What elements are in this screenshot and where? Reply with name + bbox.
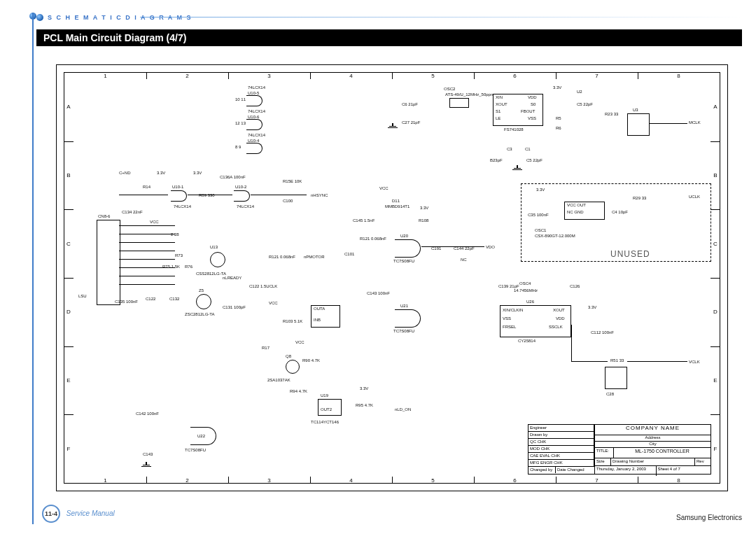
label-osc4: OSC4 <box>519 281 531 286</box>
label-vcc-out: VCC OUT <box>567 203 586 207</box>
label-u3: U3 <box>633 108 638 112</box>
label-u19: U19 <box>321 393 328 398</box>
gnd-icon-osc2 <box>389 123 396 129</box>
label-c143b: C143 <box>143 452 153 456</box>
wire-cn1 <box>119 225 175 226</box>
label-v33a: 3.3V <box>553 85 561 90</box>
wire-ssclk-h <box>571 361 608 362</box>
wire-cn2 <box>119 234 175 234</box>
col-label: 7 <box>556 72 638 79</box>
connector-cn8-6 <box>97 220 120 305</box>
label-vss2: VSS <box>503 316 511 321</box>
tb-cae: CAE EVAL CHK <box>528 453 594 459</box>
col-label: 2 <box>146 72 229 79</box>
label-nld-on: nLD_ON <box>395 407 411 412</box>
label-u13-part: CSS2812LG-TA <box>196 272 226 276</box>
footer-company: Samsung Electronics <box>676 514 742 521</box>
row-label: A <box>710 73 720 142</box>
col-label: 6 <box>474 477 556 484</box>
wire-vdo <box>421 246 484 247</box>
breadcrumb: S C H E M A T I C D I A G R A M S <box>36 13 192 22</box>
page-title-bar: PCL Main Circuit Diagram (4/7) <box>36 29 742 46</box>
tb-title-lbl: TITLE: <box>595 448 614 458</box>
title-block: Engineer Drawn by QC CHK MOD CHK CAE EVA… <box>528 424 711 475</box>
label-le: LE <box>496 116 500 120</box>
label-u10-1: U10-1 <box>172 185 183 189</box>
transistor-z5 <box>196 294 211 309</box>
label-c145: C145 1.5nF <box>353 218 374 223</box>
gnd-icon-c3c1 <box>514 165 521 171</box>
label-r90: R90 4.7K <box>302 358 320 363</box>
label-pins-12-13: 12 13 <box>235 121 246 125</box>
label-c5b: C5 22pF <box>577 102 593 106</box>
label-c142: C142 100nF <box>136 412 159 416</box>
wire-cn7 <box>119 276 175 276</box>
label-r75: R75 1.5K <box>162 265 180 269</box>
transistor-q8 <box>286 360 300 374</box>
row-label: F <box>710 414 720 483</box>
label-osc2-part: ATS-49/U_12MHz_50ppm <box>445 92 494 97</box>
tb-drawing-no: Drawing Number <box>611 458 695 465</box>
col-label: 8 <box>638 72 720 79</box>
breadcrumb-dot-icon <box>36 14 43 21</box>
label-cnd: C+ND <box>119 171 131 175</box>
label-ic74-b: 74LCX14 <box>248 109 265 113</box>
row-labels-right: ABCDEF <box>710 73 720 483</box>
wire-cn5 <box>119 259 175 260</box>
label-vdd: VDD <box>528 95 537 99</box>
label-c135: C135 100nF <box>115 300 138 304</box>
label-u19-part: TC114YCT146 <box>311 420 339 424</box>
col-label: 1 <box>64 72 147 79</box>
label-c143: C143 100nF <box>367 291 390 295</box>
page-title: PCL Main Circuit Diagram (4/7) <box>43 32 186 43</box>
label-u10-2: U10-2 <box>235 185 246 189</box>
footer-left: 11-4 Service Manual <box>42 505 115 523</box>
label-u22-part: TC7S08FU <box>185 448 206 452</box>
row-label: F <box>64 414 74 483</box>
label-u21-part: TC7S08FU <box>393 329 414 333</box>
tb-date-changed: Date Changed <box>556 467 594 473</box>
label-z5-part: ZSC2812LG-TA <box>185 312 215 316</box>
label-s0: S0 <box>531 102 536 106</box>
row-label: D <box>710 278 720 347</box>
label-b23pf: B23pF <box>490 158 503 162</box>
wire-b2 <box>188 195 232 195</box>
label-c122-2: C122 1.5UCLK <box>249 284 277 288</box>
label-vdo: VDO <box>486 245 495 249</box>
col-label: 7 <box>556 477 638 484</box>
row-label: A <box>64 73 74 142</box>
row-label: D <box>64 278 74 347</box>
schematic-sheet: 12345678 12345678 ABCDEF ABCDEF 74LCX14 … <box>56 64 728 491</box>
gate-inverter-c <box>246 143 262 154</box>
label-osc1-part: CSX-890GT-12.000M <box>535 234 575 238</box>
label-osc1: OSC1 <box>535 228 546 232</box>
label-c4: C4 10pF <box>612 210 628 214</box>
column-labels-bottom: 12345678 <box>64 477 720 484</box>
label-r89: R89 330 <box>199 193 215 197</box>
label-74lcx14a: 74LCX14 <box>174 204 191 209</box>
label-v33b2: 3.3V <box>193 171 202 175</box>
label-vclk: VCLK <box>689 360 700 364</box>
label-c101: C101 <box>344 252 354 256</box>
col-label: 8 <box>638 477 720 484</box>
schematic-drawing: 74LCX14 U10-5 10 11 74LCX14 U10-6 12 13 … <box>73 81 711 475</box>
label-u21: U21 <box>400 304 408 308</box>
tb-drawn-by: Drawn by <box>528 432 594 438</box>
breadcrumb-text: S C H E M A T I C D I A G R A M S <box>48 14 192 21</box>
label-nc: NC <box>461 258 467 262</box>
label-osc2: OSC2 <box>444 87 455 91</box>
label-v228: 2.28 <box>171 232 179 237</box>
label-q8: Q8 <box>286 354 291 358</box>
col-label: 2 <box>146 477 229 484</box>
label-r94: R94 4.7K <box>290 389 307 393</box>
label-uclk: UCLK <box>689 195 700 199</box>
col-label: 6 <box>474 72 556 79</box>
tb-engineer: Engineer <box>528 425 594 431</box>
label-c100: C100 <box>283 199 293 203</box>
label-vss: VSS <box>528 116 536 120</box>
label-nhsync: nHSYNC <box>311 193 328 197</box>
label-v33-e: 3.3V <box>360 386 368 391</box>
label-r121: R121 0.068nF <box>269 255 295 259</box>
gate-inverter-b <box>246 119 262 130</box>
tb-company: COMPANY NAME <box>626 425 680 435</box>
